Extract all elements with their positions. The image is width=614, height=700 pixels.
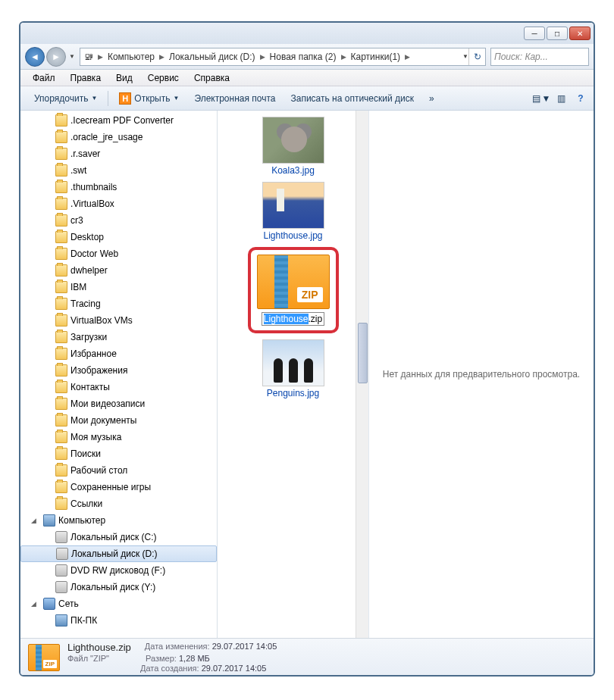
tree-item[interactable]: Doctor Web	[20, 245, 217, 262]
email-button[interactable]: Электронная почта	[186, 93, 283, 104]
search-input[interactable]: Поиск: Кар...	[490, 48, 589, 66]
status-filetype: Файл "ZIP"	[67, 654, 109, 663]
drive-icon	[55, 531, 67, 543]
burn-button[interactable]: Записать на оптический диск	[284, 93, 422, 104]
rename-input[interactable]: Lighthouse.zip	[262, 312, 324, 326]
view-options-icon[interactable]: ▤▼	[534, 92, 548, 105]
tree-computer[interactable]: ◢Компьютер	[20, 512, 217, 529]
menu-view[interactable]: Вид	[108, 73, 140, 83]
preview-pane-icon[interactable]: ▥	[554, 92, 568, 105]
minimize-button[interactable]: ─	[524, 27, 545, 40]
file-label: Koala3.jpg	[271, 165, 315, 176]
back-button[interactable]: ◄	[25, 47, 45, 67]
scrollbar[interactable]	[356, 111, 368, 638]
breadcrumb-item[interactable]: Локальный диск (D:)	[165, 52, 259, 62]
chevron-right-icon[interactable]: ▶	[158, 53, 165, 61]
tree-drive[interactable]: Локальный диск (C:)	[20, 529, 217, 545]
more-button[interactable]: »	[421, 93, 442, 104]
close-button[interactable]: ✕	[569, 27, 591, 40]
tree-item[interactable]: Мои документы	[20, 412, 217, 429]
breadcrumb-item[interactable]: Картинки(1)	[347, 52, 405, 62]
tree-item[interactable]: cr3	[20, 212, 217, 229]
folder-icon	[55, 448, 67, 460]
tree-item[interactable]: dwhelper	[20, 262, 217, 279]
tree-item[interactable]: Мои видеозаписи	[20, 395, 217, 412]
scrollbar-handle[interactable]	[358, 323, 368, 383]
chevron-right-icon[interactable]: ▶	[97, 53, 104, 61]
folder-icon	[55, 248, 67, 260]
tree-item[interactable]: .Icecream PDF Converter	[20, 112, 217, 129]
tree-pc[interactable]: ПК-ПК	[20, 612, 217, 629]
tree-item[interactable]: Desktop	[20, 229, 217, 245]
tree-item[interactable]: Моя музыка	[20, 429, 217, 445]
preview-empty-text: Нет данных для предварительного просмотр…	[383, 369, 580, 380]
file-item[interactable]: Penguins.jpg	[248, 339, 339, 398]
folder-icon	[55, 114, 67, 127]
menu-help[interactable]: Справка	[186, 73, 237, 83]
breadcrumb-item[interactable]: Компьютер	[104, 52, 158, 62]
menu-edit[interactable]: Правка	[63, 73, 109, 83]
tree-item[interactable]: .oracle_jre_usage	[20, 129, 217, 145]
address-bar[interactable]: 🖳 ▶ Компьютер ▶ Локальный диск (D:) ▶ Но…	[80, 48, 486, 66]
tree-item[interactable]: Изображения	[20, 362, 217, 379]
help-icon[interactable]: ?	[574, 92, 587, 105]
maximize-button[interactable]: □	[547, 27, 568, 40]
folder-icon	[55, 148, 67, 160]
menu-file[interactable]: Файл	[25, 73, 63, 83]
status-modified-label: Дата изменения:	[145, 642, 210, 651]
drive-icon	[55, 581, 67, 593]
computer-icon	[55, 614, 67, 627]
folder-icon	[55, 314, 67, 327]
tree-network[interactable]: ◢Сеть	[20, 595, 217, 612]
tree-item[interactable]: Сохраненные игры	[20, 479, 217, 495]
tree-item[interactable]: IBM	[20, 279, 217, 295]
breadcrumb-item[interactable]: Новая папка (2)	[266, 52, 340, 62]
tree-item[interactable]: Tracing	[20, 295, 217, 312]
collapse-icon[interactable]: ◢	[31, 517, 36, 524]
folder-icon	[55, 398, 67, 410]
zip-icon	[257, 255, 330, 309]
tree-item[interactable]: .r.saver	[20, 145, 217, 162]
content-area: Koala3.jpg Lighthouse.jpg Lighthouse.zip…	[218, 111, 594, 638]
tree-item[interactable]: .swt	[20, 162, 217, 179]
forward-button[interactable]: ►	[46, 47, 66, 67]
tree-item[interactable]: Загрузки	[20, 329, 217, 345]
status-filename: Lighthouse.zip	[67, 642, 131, 653]
folder-tree[interactable]: .Icecream PDF Converter .oracle_jre_usag…	[20, 111, 218, 638]
organize-button[interactable]: Упорядочить▼	[27, 93, 105, 104]
folder-icon	[55, 264, 67, 277]
address-dropdown[interactable]: ▼	[462, 53, 468, 60]
refresh-button[interactable]: ↻	[468, 48, 485, 66]
file-label: Penguins.jpg	[267, 388, 319, 398]
tree-drive[interactable]: DVD RW дисковод (F:)	[20, 562, 217, 579]
chevron-right-icon[interactable]: ▶	[259, 53, 266, 61]
collapse-icon[interactable]: ◢	[31, 600, 36, 608]
file-item[interactable]: Lighthouse.jpg	[248, 182, 339, 241]
tree-drive-selected[interactable]: Локальный диск (D:)	[20, 545, 217, 562]
breadcrumb-root-icon[interactable]: 🖳	[80, 52, 97, 62]
tree-drive[interactable]: Локальный диск (Y:)	[20, 579, 217, 595]
file-item-selected[interactable]: Lighthouse.zip	[248, 247, 339, 333]
menu-tools[interactable]: Сервис	[140, 73, 186, 83]
tree-item[interactable]: Контакты	[20, 379, 217, 395]
status-bar: Lighthouse.zip Дата изменения: 29.07.201…	[20, 638, 594, 676]
file-list[interactable]: Koala3.jpg Lighthouse.jpg Lighthouse.zip…	[218, 111, 369, 638]
tree-item[interactable]: Ссылки	[20, 495, 217, 512]
explorer-window: ─ □ ✕ ◄ ► ▼ 🖳 ▶ Компьютер ▶ Локальный ди…	[19, 21, 595, 677]
status-size-label: Размер:	[146, 654, 177, 663]
folder-icon	[55, 431, 67, 443]
file-item[interactable]: Koala3.jpg	[248, 117, 339, 176]
tree-item[interactable]: Избранное	[20, 345, 217, 362]
nav-history-dropdown[interactable]: ▼	[69, 53, 75, 60]
tree-item[interactable]: Рабочий стол	[20, 462, 217, 479]
tree-item[interactable]: Поиски	[20, 445, 217, 462]
tree-item[interactable]: .VirtualBox	[20, 195, 217, 212]
status-size: 1,28 МБ	[179, 654, 210, 663]
chevron-right-icon[interactable]: ▶	[340, 53, 347, 61]
status-zip-icon	[28, 644, 60, 671]
open-button[interactable]: H Открыть▼	[111, 92, 186, 105]
computer-icon	[43, 514, 55, 527]
chevron-right-icon[interactable]: ▶	[404, 53, 411, 61]
tree-item[interactable]: .thumbnails	[20, 179, 217, 195]
tree-item[interactable]: VirtualBox VMs	[20, 312, 217, 329]
